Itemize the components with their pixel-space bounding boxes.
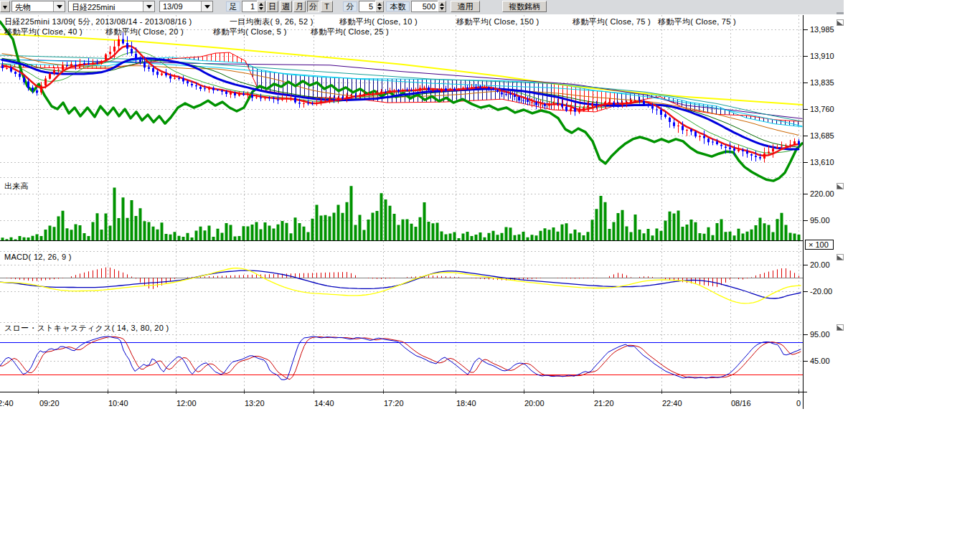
- time-axis-label: 14:40: [314, 399, 334, 408]
- apply-button[interactable]: 適用: [451, 1, 480, 12]
- bar-interval-spinner[interactable]: [257, 1, 265, 12]
- price-axis-label: 13,760: [810, 105, 834, 113]
- pane-resize-icon[interactable]: [837, 325, 844, 331]
- stoch-axis-label: 45.00: [810, 357, 830, 365]
- time-axis-label: 0: [796, 399, 801, 408]
- time-axis-label: 12:00: [176, 399, 197, 408]
- multi-symbol-button[interactable]: 複数銘柄: [502, 1, 547, 12]
- volume-multiplier-badge: × 100: [805, 240, 834, 250]
- stochastics-pane: [0, 343, 803, 375]
- volume-axis-label: 95.00: [810, 216, 830, 225]
- chart-canvas[interactable]: 13,98513,91013,83513,76013,68513,610220.…: [0, 0, 844, 430]
- minute-input[interactable]: 5: [359, 1, 376, 12]
- legend-symbol: 日経225mini 13/09( 5分, 2013/08/14 - 2013/0…: [4, 17, 192, 27]
- pane-resize-icon[interactable]: [837, 255, 844, 260]
- toolbar-edge-strip: [837, 12, 844, 14]
- toolbar: 先物 日経225mini 13/09 足 1 日 週 月 分 T 分 5 本数 …: [0, 0, 844, 14]
- time-axis-label: 18:40: [456, 399, 476, 408]
- pane-resize-icon[interactable]: [837, 184, 844, 189]
- legend-ma10: 移動平均( Close, 10 ): [339, 17, 418, 27]
- instrument-type-select[interactable]: 先物: [11, 1, 65, 12]
- instrument-type-value: 先物: [12, 1, 53, 11]
- time-axis-label: 10:40: [108, 399, 128, 408]
- price-axis-label: 13,985: [810, 25, 834, 34]
- gridlines: [0, 15, 803, 394]
- trading-chart-app: 13,98513,91013,83513,76013,68513,610220.…: [0, 0, 980, 551]
- legend-ma40: 移動平均( Close, 40 ): [4, 27, 83, 37]
- price-axis-label: 13,835: [810, 78, 834, 87]
- pane-resize-icon[interactable]: [837, 20, 844, 26]
- minute-spinner[interactable]: [375, 1, 384, 12]
- time-axis-label: 21:20: [594, 399, 614, 408]
- legend-ichimoku: 一目均衡表( 9, 26, 52 ): [230, 17, 314, 27]
- period-day-button[interactable]: 日: [266, 1, 278, 12]
- bar-count-label: 本数: [386, 1, 410, 11]
- time-axis-label: 20:00: [524, 399, 545, 408]
- bar-interval-input[interactable]: 1: [242, 1, 258, 12]
- period-tick-button[interactable]: T: [321, 1, 333, 12]
- time-axis-label: 02:40: [0, 399, 14, 408]
- minute-label: 分: [343, 1, 357, 11]
- legend-ma75-2: 移動平均( Close, 75 ): [658, 17, 736, 27]
- volume-pane-label: 出来高: [4, 181, 29, 192]
- mini-dropdown-button[interactable]: [0, 1, 10, 12]
- price-axis-label: 13,610: [810, 158, 834, 166]
- macd-pane-label: MACD( 12, 26, 9 ): [4, 253, 72, 261]
- contract-month-select[interactable]: 13/09: [159, 1, 213, 12]
- legend-ma150: 移動平均( Close, 150 ): [456, 17, 539, 27]
- period-week-button[interactable]: 週: [280, 1, 292, 12]
- macd-axis-label: 20.00: [810, 260, 830, 269]
- time-axis-label: 17:20: [384, 399, 404, 408]
- time-axis-label: 08/16: [731, 399, 751, 408]
- symbol-value: 日経225mini: [69, 1, 143, 11]
- bar-count-input[interactable]: 500: [411, 1, 438, 12]
- contract-month-value: 13/09: [160, 1, 201, 11]
- price-axis-label: 13,685: [810, 131, 834, 140]
- bar-count-spinner[interactable]: [438, 1, 446, 12]
- time-axis-label: 22:40: [662, 399, 682, 408]
- legend-ma25: 移動平均( Close, 25 ): [311, 27, 389, 37]
- stoch-axis-label: 95.00: [810, 330, 830, 339]
- period-month-button[interactable]: 月: [293, 1, 306, 12]
- chevron-down-icon[interactable]: [143, 1, 154, 11]
- axes: 13,98513,91013,83513,76013,68513,610220.…: [0, 15, 844, 409]
- period-minute-button[interactable]: 分: [307, 1, 319, 12]
- time-axis-label: 13:20: [245, 399, 265, 408]
- chevron-down-icon[interactable]: [201, 1, 212, 11]
- stoch-pane-label: スロー・ストキャスティクス( 14, 3, 80, 20 ): [4, 323, 169, 334]
- symbol-select[interactable]: 日経225mini: [68, 1, 155, 12]
- stoch-d-line: [0, 336, 801, 380]
- legend-ma5: 移動平均( Close, 5 ): [213, 27, 287, 37]
- legend-ma75-1: 移動平均( Close, 75 ): [573, 17, 651, 27]
- time-axis-label: 09:20: [39, 399, 60, 408]
- price-axis-label: 13,910: [810, 52, 834, 60]
- bar-type-label: 足: [226, 1, 240, 11]
- legend-ma20: 移動平均( Close, 20 ): [105, 27, 184, 37]
- volume-axis-label: 220.00: [810, 189, 834, 198]
- stoch-k-line: [0, 336, 801, 380]
- chevron-down-icon[interactable]: [53, 1, 65, 11]
- macd-axis-label: -20.00: [810, 287, 832, 296]
